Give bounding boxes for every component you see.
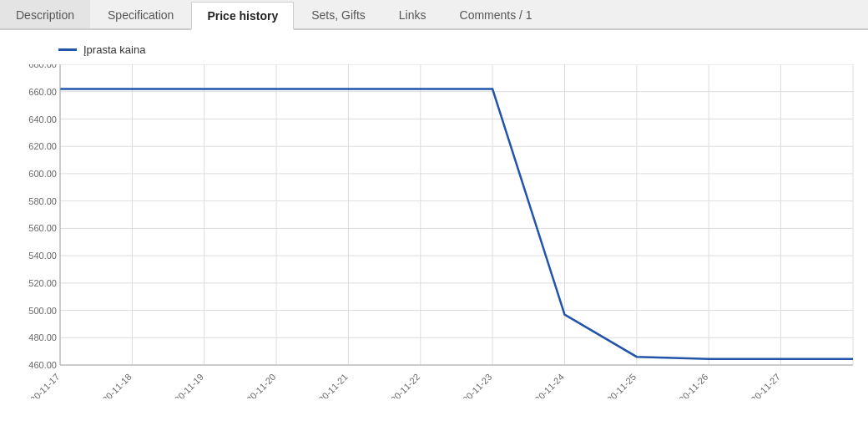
svg-text:2020-11-22: 2020-11-22 bbox=[381, 372, 421, 398]
svg-text:500.00: 500.00 bbox=[28, 306, 57, 316]
legend-line-icon bbox=[58, 48, 77, 51]
price-line bbox=[60, 89, 853, 359]
svg-text:660.00: 660.00 bbox=[28, 87, 57, 97]
svg-text:2020-11-21: 2020-11-21 bbox=[310, 372, 350, 398]
svg-text:680.00: 680.00 bbox=[28, 64, 57, 69]
tab-price-history[interactable]: Price history bbox=[191, 2, 294, 30]
svg-text:2020-11-17: 2020-11-17 bbox=[21, 372, 61, 398]
price-history-chart-container: Įprasta kaina 680.00 660.00 640.00 62 bbox=[0, 30, 868, 431]
svg-text:2020-11-19: 2020-11-19 bbox=[165, 372, 205, 398]
tab-sets-gifts[interactable]: Sets, Gifts bbox=[295, 0, 381, 28]
svg-text:560.00: 560.00 bbox=[28, 223, 57, 233]
tab-links[interactable]: Links bbox=[383, 0, 442, 28]
svg-text:2020-11-23: 2020-11-23 bbox=[453, 372, 493, 398]
svg-text:580.00: 580.00 bbox=[28, 196, 57, 206]
svg-rect-0 bbox=[60, 64, 853, 365]
svg-text:2020-11-27: 2020-11-27 bbox=[742, 372, 782, 398]
chart-legend: Įprasta kaina bbox=[58, 43, 860, 56]
svg-text:2020-11-18: 2020-11-18 bbox=[93, 372, 134, 398]
svg-text:460.00: 460.00 bbox=[28, 360, 57, 370]
tab-bar: Description Specification Price history … bbox=[0, 0, 868, 30]
tab-comments[interactable]: Comments / 1 bbox=[444, 0, 548, 28]
legend-series-label: Įprasta kaina bbox=[83, 43, 145, 56]
svg-text:640.00: 640.00 bbox=[28, 114, 57, 124]
svg-text:600.00: 600.00 bbox=[28, 169, 57, 179]
price-chart-svg: 680.00 660.00 640.00 620.00 600.00 580.0… bbox=[8, 64, 860, 398]
svg-text:2020-11-24: 2020-11-24 bbox=[526, 372, 566, 398]
tab-specification[interactable]: Specification bbox=[92, 0, 189, 28]
svg-text:2020-11-25: 2020-11-25 bbox=[598, 372, 638, 398]
svg-text:540.00: 540.00 bbox=[28, 251, 57, 261]
svg-text:2020-11-26: 2020-11-26 bbox=[669, 372, 709, 398]
svg-text:520.00: 520.00 bbox=[28, 278, 57, 288]
svg-text:620.00: 620.00 bbox=[28, 141, 57, 151]
tab-description[interactable]: Description bbox=[0, 0, 90, 28]
svg-text:480.00: 480.00 bbox=[28, 332, 57, 342]
svg-text:2020-11-20: 2020-11-20 bbox=[237, 372, 277, 398]
